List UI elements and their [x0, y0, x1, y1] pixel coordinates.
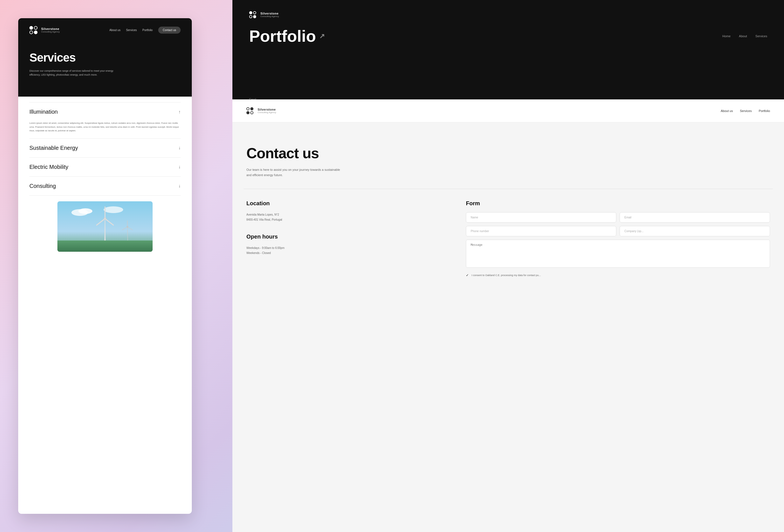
svg-point-3 — [78, 208, 92, 214]
service-arrow-electric: ↓ — [178, 164, 180, 169]
rb-logo-text: Silverstone Consulting Agency — [258, 108, 276, 114]
rt-logo: Silverstone Consulting Agency — [249, 11, 279, 18]
rt-logo-tagline: Consulting Agency — [260, 15, 279, 18]
services-hero-desc: Discover our comprehensive range of serv… — [29, 69, 113, 77]
service-body-illumination: Lorem ipsum dolor sit amet, consectetur … — [29, 121, 180, 138]
rt-circle-4 — [253, 15, 256, 18]
rt-nav: Silverstone Consulting Agency — [232, 0, 784, 27]
rt-logo-icon — [249, 11, 257, 18]
open-hours-section: Open hours Weekdays - 9:00am to 6:00pm W… — [246, 233, 449, 256]
service-title-consulting: Consulting — [29, 183, 56, 189]
address-line1: Avenida Marta Lopes, N°2 — [246, 212, 449, 217]
rt-circle-3 — [249, 15, 252, 18]
company-input[interactable] — [620, 226, 770, 236]
wind-turbine-image — [57, 201, 152, 252]
service-header-electric[interactable]: Electric Mobility ↓ — [29, 158, 180, 176]
rb-circle-1 — [246, 107, 250, 110]
portfolio-arrow-icon: ↗ — [319, 32, 325, 40]
service-header-illumination[interactable]: Illumination ↑ — [29, 103, 180, 121]
left-nav: Silverstone Consulting Agency About us S… — [29, 26, 180, 34]
service-arrow-sustainable: ↓ — [178, 145, 180, 150]
left-panel: Silverstone Consulting Agency About us S… — [18, 18, 192, 514]
location-col: Location Avenida Marta Lopes, N°2 8400-4… — [246, 200, 449, 277]
rt-circle-1 — [249, 11, 252, 14]
rt-logo-text: Silverstone Consulting Agency — [260, 12, 279, 18]
rb-circle-4 — [250, 111, 253, 114]
svg-rect-1 — [57, 241, 152, 252]
service-arrow-illumination: ↑ — [178, 110, 180, 114]
email-input[interactable] — [620, 212, 770, 223]
consent-checkmark: ✓ — [466, 273, 469, 277]
address-line2: 8400-401 Vila Real, Portugal — [246, 217, 449, 222]
rb-circle-3 — [246, 111, 250, 114]
portfolio-title: Portfolio ↗ — [249, 27, 325, 45]
rb-logo-icon — [246, 107, 254, 114]
service-item-sustainable: Sustainable Energy ↓ — [29, 139, 180, 158]
svg-point-4 — [104, 206, 123, 213]
rt-sub-nav: Home About Services — [722, 34, 767, 38]
service-arrow-consulting: ↓ — [178, 184, 180, 189]
message-textarea[interactable] — [466, 240, 770, 268]
nav-link-about[interactable]: About us — [110, 29, 120, 32]
service-desc-illumination: Lorem ipsum dolor sit amet, consectetur … — [29, 121, 180, 133]
name-input[interactable] — [466, 212, 616, 223]
services-list: Illumination ↑ Lorem ipsum dolor sit ame… — [18, 102, 192, 252]
left-logo-text: Silverstone Consulting Agency — [41, 27, 60, 33]
contact-us-section: Contact us Our team is here to assist yo… — [232, 122, 784, 189]
right-top-panel: Silverstone Consulting Agency Portfolio … — [232, 0, 784, 87]
left-hero: Silverstone Consulting Agency About us S… — [18, 18, 192, 96]
form-heading: Form — [466, 200, 770, 207]
left-logo-icon — [29, 26, 38, 34]
left-contact-button[interactable]: Contact us — [158, 27, 180, 34]
services-hero-title: Services — [29, 51, 180, 64]
rt-circle-2 — [253, 11, 256, 14]
right-bottom-panel: Silverstone Consulting Agency About us S… — [232, 100, 784, 532]
weekends-hours: Weekends - Closed — [246, 251, 449, 256]
rb-nav-portfolio[interactable]: Portfolio — [759, 109, 770, 113]
left-logo-name: Silverstone — [41, 27, 60, 30]
service-title-illumination: Illumination — [29, 109, 58, 115]
service-item-electric: Electric Mobility ↓ — [29, 158, 180, 177]
logo-circle-2 — [34, 26, 37, 30]
consent-row: ✓ I consent to Oakland C.E. processing m… — [466, 273, 770, 277]
logo-circle-1 — [29, 26, 33, 30]
rb-nav-services[interactable]: Services — [740, 109, 752, 113]
nav-link-portfolio[interactable]: Portfolio — [142, 29, 153, 32]
open-hours-heading: Open hours — [246, 233, 449, 240]
form-row-2 — [466, 226, 770, 236]
rb-logo-tagline: Consulting Agency — [258, 111, 276, 114]
rb-logo: Silverstone Consulting Agency — [246, 107, 276, 114]
service-header-consulting[interactable]: Consulting ↓ — [29, 177, 180, 195]
contact-bottom-grid: Location Avenida Marta Lopes, N°2 8400-4… — [232, 189, 784, 288]
service-item-consulting: Consulting ↓ — [29, 177, 180, 196]
logo-circle-4 — [34, 30, 37, 34]
left-logo-tagline: Consulting Agency — [41, 30, 60, 33]
rt-nav-services[interactable]: Services — [755, 34, 767, 38]
rt-nav-about[interactable]: About — [739, 34, 747, 38]
rb-nav-about[interactable]: About us — [721, 109, 733, 113]
rt-logo-name: Silverstone — [260, 12, 279, 15]
service-item-illumination: Illumination ↑ Lorem ipsum dolor sit ame… — [29, 103, 180, 139]
service-header-sustainable[interactable]: Sustainable Energy ↓ — [29, 139, 180, 157]
consent-text: I consent to Oakland C.E. processing my … — [472, 274, 541, 277]
rb-circle-2 — [250, 107, 253, 110]
contact-us-desc: Our team is here to assist you on your j… — [246, 167, 344, 177]
rb-nav: Silverstone Consulting Agency About us S… — [232, 100, 784, 122]
form-row-1 — [466, 212, 770, 223]
location-heading: Location — [246, 200, 449, 207]
contact-us-title: Contact us — [246, 145, 770, 162]
logo-circle-3 — [29, 30, 33, 34]
rb-nav-links: About us Services Portfolio — [721, 109, 770, 113]
rb-logo-name: Silverstone — [258, 108, 276, 111]
service-title-electric: Electric Mobility — [29, 164, 68, 170]
form-col: Form ✓ I consent to Oakland C.E. process… — [466, 200, 770, 277]
service-title-sustainable: Sustainable Energy — [29, 145, 78, 151]
phone-input[interactable] — [466, 226, 616, 236]
left-logo: Silverstone Consulting Agency — [29, 26, 60, 34]
weekdays-hours: Weekdays - 9:00am to 6:00pm — [246, 246, 449, 251]
rt-nav-home[interactable]: Home — [722, 34, 730, 38]
nav-link-services[interactable]: Services — [126, 29, 137, 32]
left-nav-links: About us Services Portfolio Contact us — [110, 27, 180, 34]
